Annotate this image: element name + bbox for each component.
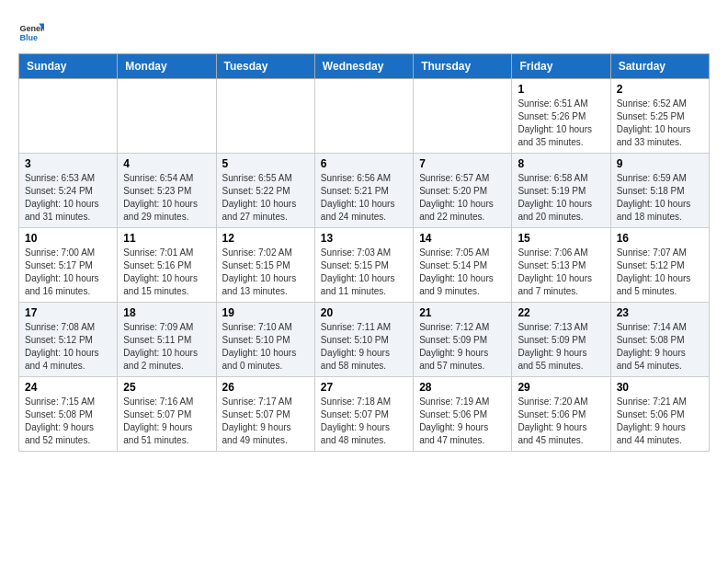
- day-number: 8: [518, 157, 604, 170]
- calendar-day-cell: 20Sunrise: 7:11 AM Sunset: 5:10 PM Dayli…: [314, 303, 413, 377]
- calendar-week-row: 17Sunrise: 7:08 AM Sunset: 5:12 PM Dayli…: [19, 303, 710, 377]
- day-number: 10: [25, 232, 111, 245]
- day-info: Sunrise: 7:21 AM Sunset: 5:06 PM Dayligh…: [617, 396, 703, 447]
- day-number: 5: [222, 157, 309, 170]
- calendar-day-cell: 25Sunrise: 7:16 AM Sunset: 5:07 PM Dayli…: [118, 377, 216, 452]
- day-info: Sunrise: 6:55 AM Sunset: 5:22 PM Dayligh…: [222, 172, 309, 224]
- day-info: Sunrise: 7:12 AM Sunset: 5:09 PM Dayligh…: [419, 321, 506, 373]
- calendar-day-cell: 21Sunrise: 7:12 AM Sunset: 5:09 PM Dayli…: [414, 303, 512, 377]
- day-info: Sunrise: 7:17 AM Sunset: 5:07 PM Dayligh…: [222, 396, 309, 447]
- day-info: Sunrise: 7:00 AM Sunset: 5:17 PM Dayligh…: [25, 247, 111, 298]
- day-number: 4: [123, 157, 210, 170]
- calendar-day-cell: 30Sunrise: 7:21 AM Sunset: 5:06 PM Dayli…: [610, 377, 709, 452]
- day-number: 15: [518, 232, 604, 245]
- calendar-day-cell: [414, 79, 512, 154]
- day-header: Wednesday: [314, 54, 413, 79]
- calendar-week-row: 1Sunrise: 6:51 AM Sunset: 5:26 PM Daylig…: [19, 79, 710, 154]
- day-info: Sunrise: 6:51 AM Sunset: 5:26 PM Dayligh…: [518, 98, 604, 149]
- calendar-day-cell: 10Sunrise: 7:00 AM Sunset: 5:17 PM Dayli…: [19, 228, 118, 303]
- day-header: Monday: [118, 54, 216, 79]
- calendar-day-cell: 13Sunrise: 7:03 AM Sunset: 5:15 PM Dayli…: [314, 228, 413, 303]
- calendar-day-cell: 26Sunrise: 7:17 AM Sunset: 5:07 PM Dayli…: [216, 377, 314, 452]
- day-info: Sunrise: 6:57 AM Sunset: 5:20 PM Dayligh…: [419, 172, 506, 224]
- calendar-week-row: 10Sunrise: 7:00 AM Sunset: 5:17 PM Dayli…: [19, 228, 710, 303]
- day-info: Sunrise: 6:53 AM Sunset: 5:24 PM Dayligh…: [25, 172, 111, 224]
- day-info: Sunrise: 7:03 AM Sunset: 5:15 PM Dayligh…: [321, 247, 407, 298]
- calendar-day-cell: [216, 79, 314, 154]
- calendar-day-cell: 16Sunrise: 7:07 AM Sunset: 5:12 PM Dayli…: [610, 228, 709, 303]
- calendar-day-cell: 11Sunrise: 7:01 AM Sunset: 5:16 PM Dayli…: [118, 228, 216, 303]
- day-number: 21: [419, 306, 506, 319]
- day-number: 22: [518, 306, 604, 319]
- day-number: 30: [617, 381, 703, 394]
- calendar-day-cell: 23Sunrise: 7:14 AM Sunset: 5:08 PM Dayli…: [610, 303, 709, 377]
- day-number: 25: [123, 381, 210, 394]
- day-info: Sunrise: 6:54 AM Sunset: 5:23 PM Dayligh…: [123, 172, 210, 224]
- calendar-table: SundayMondayTuesdayWednesdayThursdayFrid…: [18, 53, 710, 452]
- day-number: 7: [419, 157, 506, 170]
- calendar-day-cell: 9Sunrise: 6:59 AM Sunset: 5:18 PM Daylig…: [610, 154, 709, 228]
- calendar-day-cell: [118, 79, 216, 154]
- calendar-day-cell: 14Sunrise: 7:05 AM Sunset: 5:14 PM Dayli…: [414, 228, 512, 303]
- day-info: Sunrise: 7:08 AM Sunset: 5:12 PM Dayligh…: [25, 321, 111, 373]
- day-info: Sunrise: 7:18 AM Sunset: 5:07 PM Dayligh…: [321, 396, 407, 447]
- day-info: Sunrise: 7:16 AM Sunset: 5:07 PM Dayligh…: [123, 396, 210, 447]
- page-header: General Blue: [18, 18, 710, 44]
- calendar-day-cell: 28Sunrise: 7:19 AM Sunset: 5:06 PM Dayli…: [414, 377, 512, 452]
- logo-icon: General Blue: [18, 18, 44, 44]
- calendar-day-cell: 1Sunrise: 6:51 AM Sunset: 5:26 PM Daylig…: [512, 79, 610, 154]
- day-number: 6: [321, 157, 407, 170]
- calendar-day-cell: 19Sunrise: 7:10 AM Sunset: 5:10 PM Dayli…: [216, 303, 314, 377]
- calendar-day-cell: 18Sunrise: 7:09 AM Sunset: 5:11 PM Dayli…: [118, 303, 216, 377]
- calendar-day-cell: 12Sunrise: 7:02 AM Sunset: 5:15 PM Dayli…: [216, 228, 314, 303]
- day-info: Sunrise: 6:58 AM Sunset: 5:19 PM Dayligh…: [518, 172, 604, 224]
- day-info: Sunrise: 6:56 AM Sunset: 5:21 PM Dayligh…: [321, 172, 407, 224]
- calendar-week-row: 24Sunrise: 7:15 AM Sunset: 5:08 PM Dayli…: [19, 377, 710, 452]
- calendar-day-cell: 29Sunrise: 7:20 AM Sunset: 5:06 PM Dayli…: [512, 377, 610, 452]
- day-header: Sunday: [19, 54, 118, 79]
- day-info: Sunrise: 6:52 AM Sunset: 5:25 PM Dayligh…: [617, 98, 703, 149]
- day-number: 9: [617, 157, 703, 170]
- day-number: 17: [25, 306, 111, 319]
- day-header: Tuesday: [216, 54, 314, 79]
- day-info: Sunrise: 7:01 AM Sunset: 5:16 PM Dayligh…: [123, 247, 210, 298]
- day-header: Saturday: [610, 54, 709, 79]
- day-number: 29: [518, 381, 604, 394]
- calendar-day-cell: 27Sunrise: 7:18 AM Sunset: 5:07 PM Dayli…: [314, 377, 413, 452]
- day-number: 1: [518, 83, 604, 96]
- calendar-day-cell: [19, 79, 118, 154]
- day-number: 16: [617, 232, 703, 245]
- day-info: Sunrise: 7:09 AM Sunset: 5:11 PM Dayligh…: [123, 321, 210, 373]
- day-info: Sunrise: 7:05 AM Sunset: 5:14 PM Dayligh…: [419, 247, 506, 298]
- day-number: 14: [419, 232, 506, 245]
- calendar-week-row: 3Sunrise: 6:53 AM Sunset: 5:24 PM Daylig…: [19, 154, 710, 228]
- day-info: Sunrise: 7:06 AM Sunset: 5:13 PM Dayligh…: [518, 247, 604, 298]
- day-info: Sunrise: 7:02 AM Sunset: 5:15 PM Dayligh…: [222, 247, 309, 298]
- calendar-day-cell: 15Sunrise: 7:06 AM Sunset: 5:13 PM Dayli…: [512, 228, 610, 303]
- day-info: Sunrise: 7:20 AM Sunset: 5:06 PM Dayligh…: [518, 396, 604, 447]
- day-header: Thursday: [414, 54, 512, 79]
- day-number: 26: [222, 381, 309, 394]
- calendar-day-cell: 24Sunrise: 7:15 AM Sunset: 5:08 PM Dayli…: [19, 377, 118, 452]
- calendar-day-cell: 6Sunrise: 6:56 AM Sunset: 5:21 PM Daylig…: [314, 154, 413, 228]
- calendar-header-row: SundayMondayTuesdayWednesdayThursdayFrid…: [19, 54, 710, 79]
- day-number: 3: [25, 157, 111, 170]
- calendar-day-cell: [314, 79, 413, 154]
- logo: General Blue: [18, 18, 48, 44]
- calendar-day-cell: 5Sunrise: 6:55 AM Sunset: 5:22 PM Daylig…: [216, 154, 314, 228]
- day-number: 11: [123, 232, 210, 245]
- svg-text:Blue: Blue: [19, 33, 38, 42]
- day-number: 13: [321, 232, 407, 245]
- day-number: 23: [617, 306, 703, 319]
- calendar-day-cell: 2Sunrise: 6:52 AM Sunset: 5:25 PM Daylig…: [610, 79, 709, 154]
- day-number: 19: [222, 306, 309, 319]
- day-info: Sunrise: 7:07 AM Sunset: 5:12 PM Dayligh…: [617, 247, 703, 298]
- day-number: 2: [617, 83, 703, 96]
- day-info: Sunrise: 7:19 AM Sunset: 5:06 PM Dayligh…: [419, 396, 506, 447]
- day-number: 12: [222, 232, 309, 245]
- day-info: Sunrise: 7:14 AM Sunset: 5:08 PM Dayligh…: [617, 321, 703, 373]
- day-info: Sunrise: 6:59 AM Sunset: 5:18 PM Dayligh…: [617, 172, 703, 224]
- day-number: 18: [123, 306, 210, 319]
- day-number: 27: [321, 381, 407, 394]
- calendar-day-cell: 8Sunrise: 6:58 AM Sunset: 5:19 PM Daylig…: [512, 154, 610, 228]
